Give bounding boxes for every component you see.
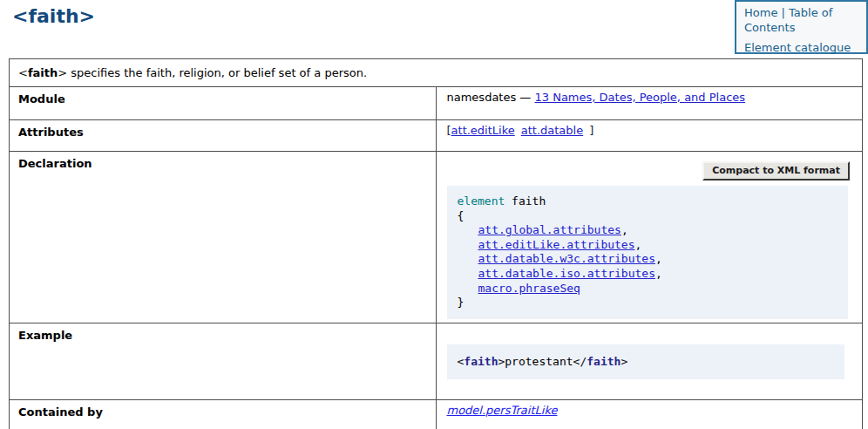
nav-link-home[interactable]: Home [744, 6, 777, 19]
module-name: namesdates — [447, 91, 535, 104]
declaration-code-block: element faith{att.global.attributes,att.… [447, 186, 849, 319]
element-reference-page: <faith> Home | Table of Contents Element… [0, 0, 868, 429]
module-label: Module [10, 87, 437, 120]
declaration-close-brace: } [458, 296, 838, 310]
contained-by-model-link[interactable]: model.persTraitLike [447, 404, 558, 417]
description-text: specifies the faith, religion, or belief… [67, 66, 367, 79]
module-value-cell: namesdates — 13 Names, Dates, People, an… [436, 87, 863, 120]
nav-box: Home | Table of Contents Element catalog… [735, 0, 868, 54]
declaration-member-link-global[interactable]: att.global.attributes [478, 223, 621, 236]
compact-to-xml-button[interactable]: Compact to XML format [702, 161, 850, 180]
module-row: Module namesdates — 13 Names, Dates, Peo… [10, 87, 863, 120]
example-value-cell: <faith>protestant</faith> [436, 323, 863, 399]
example-content: <faith>protestant</faith> [447, 327, 856, 379]
declaration-element-name: faith [505, 194, 546, 208]
page-title: <faith> [12, 5, 95, 27]
attributes-open-bracket: [ [447, 124, 451, 137]
example-close-tag: faith [587, 355, 620, 368]
declaration-member-line: att.editLike.attributes, [458, 238, 838, 253]
description-element-name: faith [28, 66, 58, 79]
attribute-class-link-datable[interactable]: att.datable [521, 124, 583, 137]
element-reference-table: <faith> specifies the faith, religion, o… [9, 58, 863, 429]
description-close-bracket: > [58, 66, 67, 79]
declaration-comma: , [635, 238, 642, 251]
declaration-keyword: element [458, 194, 505, 208]
declaration-member-line: macro.phraseSeq [458, 282, 838, 296]
contained-by-label: Contained by [10, 399, 437, 429]
description-row: <faith> specifies the faith, religion, o… [10, 59, 863, 87]
example-label: Example [10, 323, 437, 399]
contained-by-value-cell: model.persTraitLike [436, 399, 863, 429]
declaration-content: Compact to XML format element faith{att.… [447, 155, 856, 319]
attribute-class-link-editlike[interactable]: att.editLike [451, 124, 515, 137]
example-code-block: <faith>protestant</faith> [447, 344, 845, 379]
declaration-member-line: att.global.attributes, [458, 223, 838, 238]
declaration-member-link-datable-w3c[interactable]: att.datable.w3c.attributes [478, 252, 656, 265]
attributes-close-bracket: ] [589, 124, 593, 137]
declaration-line-element: element faith [458, 194, 838, 209]
example-row: Example <faith>protestant</faith> [10, 323, 863, 399]
module-chapter-link[interactable]: 13 Names, Dates, People, and Places [535, 91, 746, 104]
declaration-comma: , [655, 252, 662, 265]
declaration-comma: , [655, 267, 662, 280]
declaration-member-link-editlike[interactable]: att.editLike.attributes [478, 238, 635, 251]
declaration-comma: , [621, 223, 628, 236]
declaration-row: Declaration Compact to XML format elemen… [10, 152, 863, 323]
nav-separator: | [782, 6, 785, 19]
declaration-open-brace: { [458, 209, 838, 224]
attributes-label: Attributes [10, 120, 437, 152]
nav-line-2: Element catalogue [744, 41, 858, 56]
description-cell: <faith> specifies the faith, religion, o… [10, 59, 863, 87]
declaration-member-line: att.datable.iso.attributes, [458, 267, 838, 282]
description-open-bracket: < [18, 66, 28, 79]
example-open-tag: faith [464, 355, 498, 368]
declaration-member-link-datable-iso[interactable]: att.datable.iso.attributes [478, 267, 656, 280]
declaration-member-link-phraseseq[interactable]: macro.phraseSeq [478, 282, 580, 295]
attributes-value-cell: [att.editLikeatt.datable] [436, 120, 863, 152]
nav-link-element-catalogue[interactable]: Element catalogue [744, 41, 851, 54]
contained-by-row: Contained by model.persTraitLike [10, 399, 863, 429]
attributes-row: Attributes [att.editLikeatt.datable] [10, 120, 863, 152]
nav-line-1: Home | Table of Contents [744, 6, 858, 36]
example-text-content: protestant [505, 355, 573, 368]
declaration-value-cell: Compact to XML format element faith{att.… [436, 152, 863, 323]
declaration-member-line: att.datable.w3c.attributes, [458, 252, 838, 267]
example-close-gt: > [620, 355, 627, 368]
declaration-button-row: Compact to XML format [447, 161, 854, 180]
declaration-label: Declaration [10, 152, 437, 323]
example-close-lt: </ [573, 355, 587, 368]
